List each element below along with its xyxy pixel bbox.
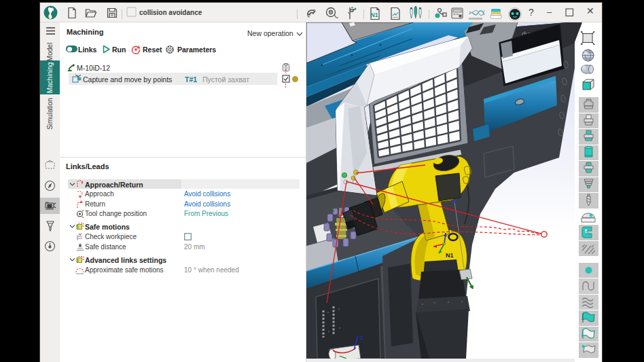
svg-text:z: z xyxy=(360,334,363,341)
svg-text:N1: N1 xyxy=(371,12,378,18)
svg-text:N1: N1 xyxy=(446,252,454,259)
